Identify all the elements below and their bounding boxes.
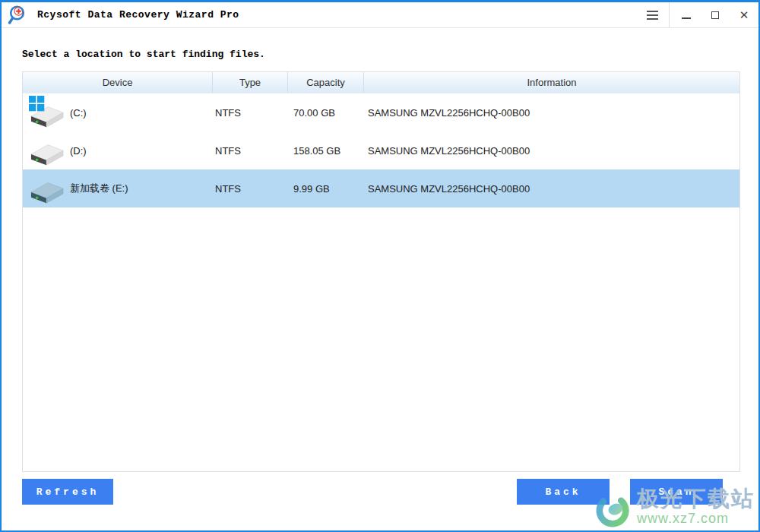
type-cell: NTFS xyxy=(213,107,288,119)
device-table: Device Type Capacity Information xyxy=(22,71,740,472)
hamburger-icon xyxy=(647,11,658,20)
device-label: 新加载卷 (E:) xyxy=(70,182,128,195)
scan-button[interactable]: Scan xyxy=(630,479,723,505)
minimize-button[interactable] xyxy=(672,2,701,27)
column-header-device: Device xyxy=(23,72,213,93)
close-button[interactable]: ✕ xyxy=(730,2,758,27)
device-cell: (C:) xyxy=(23,93,213,131)
type-cell: NTFS xyxy=(213,145,288,157)
window-title: Rcysoft Data Recovery Wizard Pro xyxy=(37,9,239,21)
type-cell: NTFS xyxy=(213,183,288,195)
information-cell: SAMSUNG MZVL2256HCHQ-00B00 xyxy=(364,145,739,157)
system-drive-icon xyxy=(27,96,67,129)
column-header-information: Information xyxy=(364,72,739,93)
capacity-cell: 9.99 GB xyxy=(288,183,364,195)
title-bar: Rcysoft Data Recovery Wizard Pro ✕ xyxy=(2,2,758,28)
column-header-capacity: Capacity xyxy=(288,72,364,93)
table-row-drive-e-selected[interactable]: 新加载卷 (E:) NTFS 9.99 GB SAMSUNG MZVL2256H… xyxy=(23,169,739,207)
capacity-cell: 158.05 GB xyxy=(288,145,364,157)
back-button[interactable]: Back xyxy=(517,479,610,505)
maximize-button[interactable] xyxy=(701,2,730,27)
close-icon: ✕ xyxy=(739,8,749,22)
local-drive-icon xyxy=(27,172,67,205)
windows-logo-icon xyxy=(29,96,45,112)
maximize-icon xyxy=(711,11,719,19)
page-instruction: Select a location to start finding files… xyxy=(22,49,265,60)
information-cell: SAMSUNG MZVL2256HCHQ-00B00 xyxy=(364,107,739,119)
minimize-icon xyxy=(682,17,691,19)
watermark-site-url: www.xz7.com xyxy=(637,511,729,525)
local-drive-icon xyxy=(27,134,67,167)
column-header-type: Type xyxy=(213,72,288,93)
device-cell: (D:) xyxy=(23,131,213,169)
app-window: Rcysoft Data Recovery Wizard Pro ✕ Selec… xyxy=(0,0,760,532)
table-row-drive-c[interactable]: (C:) NTFS 70.00 GB SAMSUNG MZVL2256HCHQ-… xyxy=(23,93,739,131)
capacity-cell: 70.00 GB xyxy=(288,107,364,119)
table-header-row: Device Type Capacity Information xyxy=(23,72,739,93)
information-cell: SAMSUNG MZVL2256HCHQ-00B00 xyxy=(364,183,739,195)
device-cell: 新加载卷 (E:) xyxy=(23,169,213,207)
titlebar-divider xyxy=(669,2,670,27)
device-label: (C:) xyxy=(70,107,87,119)
device-label: (D:) xyxy=(70,145,87,157)
table-row-drive-d[interactable]: (D:) NTFS 158.05 GB SAMSUNG MZVL2256HCHQ… xyxy=(23,131,739,169)
menu-button[interactable] xyxy=(638,2,667,27)
magnifier-plus-icon xyxy=(8,5,29,26)
refresh-button[interactable]: Refresh xyxy=(22,479,113,505)
